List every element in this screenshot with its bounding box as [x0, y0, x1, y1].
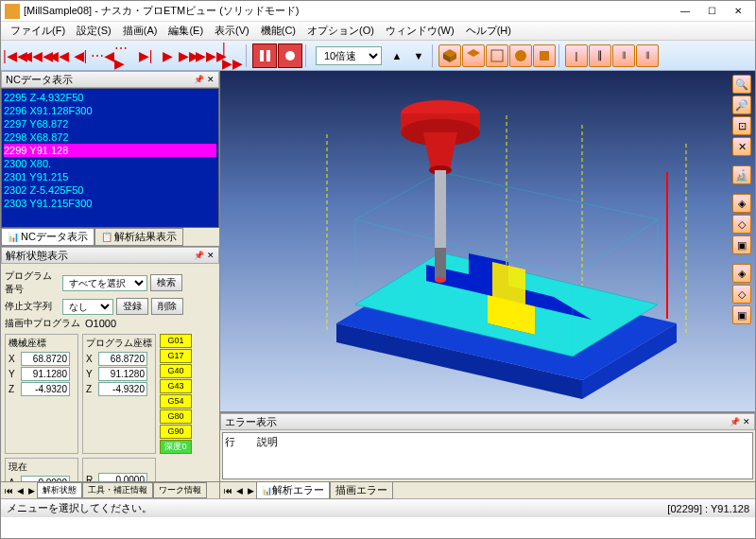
view-top-icon[interactable]: ◇: [732, 215, 751, 234]
view-mode-2[interactable]: [462, 44, 485, 67]
menu-func[interactable]: 機能(C): [255, 22, 301, 40]
pin-icon[interactable]: 📌 ✕: [194, 75, 215, 84]
microscope-icon[interactable]: 🔬: [732, 165, 751, 184]
tab-analysis-result[interactable]: 📋解析結果表示: [94, 228, 183, 246]
stop-select[interactable]: なし: [62, 299, 113, 315]
nc-panel-header: NCデータ表示📌 ✕: [1, 71, 219, 88]
menu-file[interactable]: ファイル(F): [5, 22, 71, 40]
rewind-button[interactable]: ▶▶: [48, 44, 69, 67]
err-col-desc: 説明: [257, 436, 278, 447]
view-front-icon[interactable]: ▣: [732, 235, 751, 254]
ffwd-button[interactable]: |▶▶: [222, 44, 243, 67]
tool-2[interactable]: ∥: [589, 44, 611, 67]
menu-help[interactable]: ヘルプ(H): [460, 22, 517, 40]
my-input[interactable]: [21, 367, 70, 381]
svg-marker-21: [423, 132, 457, 170]
menu-view[interactable]: 表示(V): [209, 22, 255, 40]
delete-button[interactable]: 削除: [151, 298, 183, 315]
speed-select[interactable]: 10倍速: [316, 46, 382, 65]
menu-window[interactable]: ウィンドウ(W): [380, 22, 460, 40]
nc-line-current[interactable]: 2299 Y91.128: [4, 144, 216, 157]
maximize-button[interactable]: ☐: [698, 2, 725, 21]
prev-button[interactable]: ▶⋯: [92, 44, 112, 67]
gcode[interactable]: G80: [160, 409, 192, 424]
gcode[interactable]: G17: [160, 349, 192, 363]
view-iso-icon[interactable]: ◈: [732, 194, 751, 213]
tab-nav-first[interactable]: ⏮: [3, 486, 14, 496]
step-back-button[interactable]: |▶: [70, 44, 91, 67]
depth-indicator[interactable]: 深度0: [160, 440, 192, 454]
register-button[interactable]: 登録: [116, 298, 148, 315]
pz-input[interactable]: [98, 382, 147, 396]
current-label: 現在: [9, 461, 75, 474]
minimize-button[interactable]: —: [672, 2, 698, 21]
tab-work-info[interactable]: ワーク情報: [153, 482, 207, 498]
nc-data-list[interactable]: 2295 Z-4.932F50 2296 X91.128F300 2297 Y6…: [1, 88, 219, 228]
pin-icon[interactable]: 📌 ✕: [730, 417, 750, 426]
gcode[interactable]: G54: [160, 394, 192, 409]
tab-nc-data[interactable]: 📊NCデータ表示: [1, 228, 94, 246]
r-input[interactable]: [98, 473, 147, 481]
view-mode-5[interactable]: [533, 44, 556, 67]
tool-3[interactable]: ⦀: [612, 44, 635, 67]
menu-settings[interactable]: 設定(S): [71, 22, 117, 40]
nc-line[interactable]: 2297 Y68.872: [4, 117, 216, 130]
record-button[interactable]: [278, 43, 302, 68]
err-tab-nav-first[interactable]: ⏮: [222, 486, 233, 496]
machine-coord-label: 機械座標: [9, 337, 75, 350]
speed-up-icon[interactable]: ▲: [387, 44, 407, 67]
zoom-in-icon[interactable]: 🔍: [732, 75, 751, 94]
menu-edit[interactable]: 編集(E): [163, 22, 209, 40]
faster-button[interactable]: ▶▶▶: [200, 44, 221, 67]
tab-draw-error[interactable]: 描画エラー: [330, 481, 393, 499]
view-right-icon[interactable]: ▣: [732, 305, 751, 324]
px-input[interactable]: [98, 352, 147, 366]
view-back-icon[interactable]: ◈: [732, 264, 751, 283]
menu-option[interactable]: オプション(O): [301, 22, 380, 40]
gcode[interactable]: G43: [160, 379, 192, 393]
view-left-icon[interactable]: ◇: [732, 285, 751, 304]
play-button[interactable]: ▶: [157, 44, 178, 67]
step-fwd-button[interactable]: ▶|: [135, 44, 156, 67]
menu-draw[interactable]: 描画(A): [117, 22, 163, 40]
gcode[interactable]: G01: [160, 334, 192, 348]
mz-input[interactable]: [21, 382, 70, 396]
gcode[interactable]: G90: [160, 425, 192, 439]
nc-line[interactable]: 2303 Y91.215F300: [4, 197, 216, 210]
tool-1[interactable]: |: [565, 44, 588, 67]
mx-input[interactable]: [21, 352, 70, 366]
tab-tool-info[interactable]: 工具・補正情報: [82, 482, 153, 498]
nc-line[interactable]: 2301 Y91.215: [4, 170, 216, 183]
next-button[interactable]: ⋯▶: [113, 44, 134, 67]
tab-nav-next[interactable]: ▶: [26, 486, 37, 496]
nc-line[interactable]: 2296 X91.128F300: [4, 104, 216, 117]
nc-line[interactable]: 2298 X68.872: [4, 130, 216, 144]
err-tab-nav-next[interactable]: ▶: [245, 486, 256, 496]
tab-analysis-state[interactable]: 解析状態: [37, 482, 82, 498]
view-mode-4[interactable]: [509, 44, 532, 67]
pause-button[interactable]: [252, 43, 277, 68]
speed-down-icon[interactable]: ▼: [408, 44, 429, 67]
zoom-fit-icon[interactable]: ⊡: [732, 116, 751, 135]
view-mode-3[interactable]: [486, 44, 508, 67]
nc-line[interactable]: 2302 Z-5.425F50: [4, 183, 216, 197]
error-list[interactable]: 行 説明: [222, 432, 753, 479]
py-input[interactable]: [98, 367, 147, 381]
view-mode-1[interactable]: [438, 44, 461, 67]
tab-nav-prev[interactable]: ◀: [14, 486, 26, 496]
gcode[interactable]: G40: [160, 364, 192, 378]
err-tab-nav-prev[interactable]: ◀: [233, 486, 245, 496]
tab-analysis-error[interactable]: 📊解析エラー: [256, 481, 330, 499]
zoom-x-icon[interactable]: ✕: [732, 137, 751, 156]
rewind-fast-button[interactable]: ▶▶▶: [26, 44, 47, 67]
3d-viewport[interactable]: 🔍 🔎 ⊡ ✕ 🔬 ◈ ◇ ▣ ◈ ◇ ▣: [220, 71, 755, 411]
svg-point-5: [515, 50, 526, 61]
tool-4[interactable]: ⦀: [636, 44, 659, 67]
zoom-out-icon[interactable]: 🔎: [732, 96, 751, 114]
pin-icon[interactable]: 📌 ✕: [194, 251, 215, 260]
prog-select[interactable]: すべてを選択: [62, 275, 147, 291]
nc-line[interactable]: 2295 Z-4.932F50: [4, 91, 216, 104]
search-button[interactable]: 検索: [150, 274, 182, 291]
nc-line[interactable]: 2300 X80.: [4, 157, 216, 170]
close-button[interactable]: ✕: [725, 2, 751, 21]
